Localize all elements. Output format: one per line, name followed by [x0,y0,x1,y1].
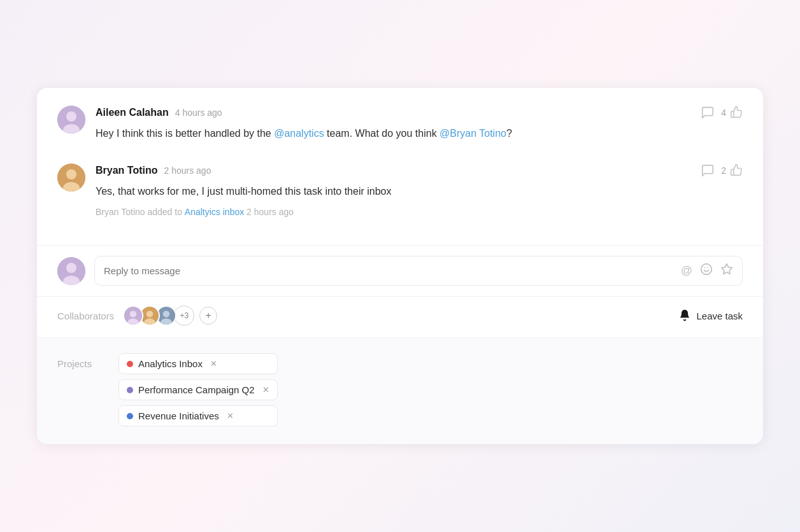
collaborator-avatar-1[interactable] [123,305,143,326]
collaborators-label: Collaborators [57,311,114,321]
leave-task-label: Leave task [696,311,743,321]
author-name-bryan: Bryan Totino [96,165,157,176]
like-section-aileen: 4 [721,106,743,120]
projects-label: Projects [57,353,108,369]
message-header-aileen: Aileen Calahan 4 hours ago 4 [96,106,743,120]
projects-tags: Analytics Inbox ✕ Performance Campaign Q… [118,353,278,426]
svg-point-20 [163,311,170,318]
svg-point-4 [66,169,76,179]
remove-analytics-inbox-button[interactable]: ✕ [210,359,217,368]
remove-performance-campaign-button[interactable]: ✕ [262,385,269,395]
message-item-bryan: Bryan Totino 2 hours ago 2 [57,164,743,218]
mention-analytics[interactable]: @analytics [274,128,324,139]
author-name-aileen: Aileen Calahan [96,107,169,118]
activity-suffix: 2 hours ago [244,207,294,217]
like-count-aileen: 4 [721,108,726,118]
collaborator-avatars: +3 + [123,305,217,326]
emoji-icon[interactable] [700,263,713,279]
message-content-bryan: Bryan Totino 2 hours ago 2 [96,164,743,218]
project-tag-performance-campaign: Performance Campaign Q2 ✕ [118,379,278,400]
project-tag-analytics-inbox: Analytics Inbox ✕ [118,353,278,374]
project-name-analytics-inbox: Analytics Inbox [138,358,203,369]
activity-prefix: Bryan Totino added to [96,207,185,217]
like-section-bryan: 2 [721,164,743,178]
like-icon-aileen[interactable] [730,106,743,120]
leave-task-button[interactable]: Leave task [678,309,743,323]
project-name-revenue-initiatives: Revenue Initiatives [138,410,219,421]
activity-link-analytics-inbox[interactable]: Analtyics inbox [185,207,244,217]
timestamp-bryan: 2 hours ago [164,165,211,176]
text-after-mention2: ? [506,128,512,139]
project-tag-revenue-initiatives: Revenue Initiatives ✕ [118,405,278,426]
svg-point-7 [66,263,76,273]
reply-input-wrapper[interactable]: @ [94,256,743,286]
collaborators-more-count[interactable]: +3 [174,305,194,326]
bell-icon [678,309,691,323]
message-actions-bryan: 2 [701,164,743,178]
like-icon-bryan[interactable] [730,164,743,178]
tag-dot-revenue [127,413,133,419]
collaborators-section: Collaborators [37,297,763,338]
messages-section: Aileen Calahan 4 hours ago 4 [37,88,763,246]
message-actions-aileen: 4 [701,106,743,120]
svg-point-9 [701,264,712,275]
svg-point-17 [146,311,154,318]
like-count-bryan: 2 [721,165,726,176]
timestamp-aileen: 4 hours ago [175,108,222,118]
tag-dot-analytics [127,361,133,367]
svg-point-14 [130,311,137,318]
reply-input[interactable] [104,265,675,276]
input-icons: @ [681,263,733,279]
mention-bryan-totino[interactable]: @Bryan Totino [439,128,506,139]
comment-icon-bryan[interactable] [701,164,715,178]
project-name-performance-campaign: Performance Campaign Q2 [138,384,255,395]
svg-point-1 [66,111,76,122]
reply-section: @ [37,246,763,297]
star-icon[interactable] [720,263,733,279]
avatar-aileen [57,106,85,134]
avatar-bryan [57,164,85,192]
remove-revenue-initiatives-button[interactable]: ✕ [227,411,234,421]
message-header-bryan: Bryan Totino 2 hours ago 2 [96,164,743,178]
svg-marker-12 [722,264,732,274]
message-text-bryan: Yes, that works for me, I just multi-hom… [96,183,743,200]
projects-row: Projects Analytics Inbox ✕ Performance C… [57,353,743,426]
projects-section: Projects Analytics Inbox ✕ Performance C… [37,338,763,444]
at-icon[interactable]: @ [681,264,692,277]
tag-dot-performance [127,387,133,393]
avatar-reply [57,257,85,285]
message-text-aileen: Hey I think this is better handled by th… [96,125,743,142]
text-after-mention1: team. What do you think [324,128,439,139]
main-card: Aileen Calahan 4 hours ago 4 [37,88,763,444]
activity-line-bryan: Bryan Totino added to Analtyics inbox 2 … [96,207,743,217]
message-item-aileen: Aileen Calahan 4 hours ago 4 [57,106,743,148]
add-collaborator-button[interactable]: + [199,307,217,325]
message-content-aileen: Aileen Calahan 4 hours ago 4 [96,106,743,148]
text-before-mention1: Hey I think this is better handled by th… [96,128,274,139]
comment-icon-aileen[interactable] [701,106,715,120]
